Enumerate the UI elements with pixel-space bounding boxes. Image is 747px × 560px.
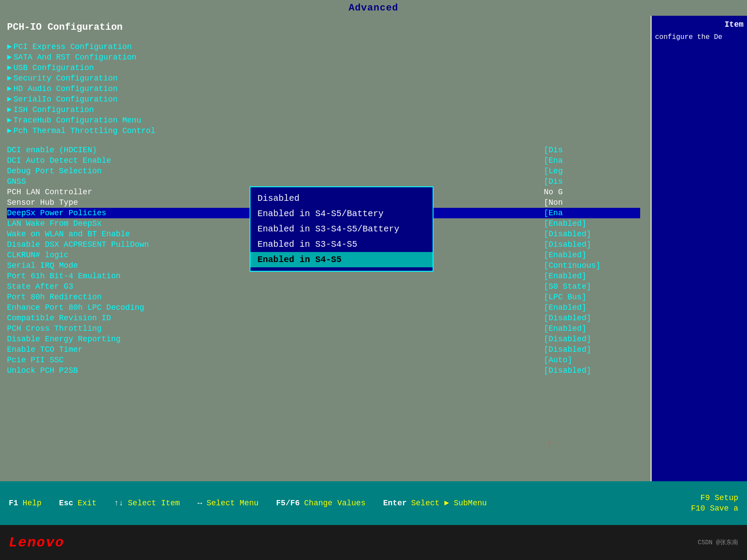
bottom-right-f9: F9 Setup [701,494,738,502]
config-row-unlock-pch[interactable]: Unlock PCH P2SB [Disabled] [7,365,640,376]
submenu-item-0[interactable]: PCI Express Configuration [7,42,644,52]
bios-screen: Advanced PCH-IO Configuration PCI Expres… [0,0,747,560]
config-label-dsx-acpresent: Disable DSX ACPRESENT PullDown [7,240,149,249]
config-label-energy-reporting: Disable Energy Reporting [7,335,120,343]
scroll-indicator: ↓ [547,436,552,446]
config-row-tco-timer[interactable]: Enable TCO Timer [Disabled] [7,344,640,355]
desc-select-menu: Select Menu [207,499,259,508]
config-row-port61h[interactable]: Port 61h Bit-4 Emulation [Enabled] [7,271,640,281]
submenu-item-3[interactable]: Security Configuration [7,73,644,84]
desc-select-item: Select Item [128,499,180,508]
config-label-lan-wake: LAN Wake From DeepSx [7,219,102,228]
submenu-item-6[interactable]: ISH Configuration [7,105,644,115]
key-updown: ↑↓ [114,499,123,508]
config-label-pch-cross: PCH Cross Throttling [7,324,102,333]
desc-select-submenu: Select ► SubMenu [411,499,487,508]
config-label-gnss: GNSS [7,177,26,186]
left-panel: PCH-IO Configuration PCI Express Configu… [0,16,651,481]
config-row-enhance-port80h[interactable]: Enhance Port 80h LPC Decoding [Enabled] [7,302,640,313]
desc-help: Help [23,499,42,508]
config-value-unlock-pch: [Disabled] [544,366,640,375]
dropdown-item-s4s5-selected[interactable]: Enabled in S4-S5 [250,252,433,267]
key-lr: ↔ [197,499,202,508]
lenovo-logo: Lenovo [9,535,64,551]
config-value-pch-lan: No G [544,188,640,196]
config-value-dci-enable: [Dis [544,146,640,154]
submenu-item-1[interactable]: SATA And RST Configuration [7,52,644,63]
config-label-port80h: Port 80h Redirection [7,293,102,301]
config-label-deepsx: DeepSx Power Policies [7,209,106,217]
config-value-dci-auto: [Ena [544,156,640,165]
config-label-pch-lan: PCH LAN Controller [7,188,92,196]
key-esc: Esc [59,499,73,508]
submenu-item-7[interactable]: TraceHub Configuration Menu [7,115,644,126]
right-panel: Item configure the De [651,16,747,481]
config-value-sensor-hub: [Non [544,198,640,207]
config-value-debug-port: [Leg [544,167,640,175]
config-row-energy-reporting[interactable]: Disable Energy Reporting [Disabled] [7,334,640,344]
config-row-gnss[interactable]: GNSS [Dis [7,176,640,187]
config-row-dci-enable[interactable]: DCI enable (HDCIEN) [Dis [7,145,640,155]
bottom-item-lr: ↔ Select Menu [197,499,259,508]
bottom-right: F9 Setup F10 Save a [691,494,738,513]
right-panel-text: configure the De [655,32,743,42]
config-label-unlock-pch: Unlock PCH P2SB [7,366,78,375]
config-row-compatible-rev[interactable]: Compatible Revision ID [Disabled] [7,313,640,323]
config-label-enhance-port80h: Enhance Port 80h LPC Decoding [7,303,144,312]
config-rows: DCI enable (HDCIEN) [Dis DCI Auto Detect… [7,145,644,376]
config-label-sensor-hub: Sensor Hub Type [7,198,78,207]
config-value-compatible-rev: [Disabled] [544,314,640,322]
key-f1: F1 [9,499,18,508]
config-value-gnss: [Dis [544,177,640,186]
config-value-wlan-bt: [Disabled] [544,230,640,238]
dropdown-item-s4s5-battery[interactable]: Enabled in S4-S5/Battery [250,206,433,221]
submenu-section: PCI Express Configuration SATA And RST C… [7,42,644,136]
config-value-pcie-pii: [Auto] [544,356,640,364]
config-value-enhance-port80h: [Enabled] [544,303,640,312]
key-enter: Enter [383,499,407,508]
submenu-item-8[interactable]: Pch Thermal Throttling Control [7,126,644,136]
config-value-port61h: [Enabled] [544,272,640,280]
dropdown-item-disabled[interactable]: Disabled [250,191,433,206]
config-label-pcie-pii: Pcie PII SSC [7,356,64,364]
config-value-tco-timer: [Disabled] [544,345,640,354]
config-value-state-g3: [S0 State] [544,282,640,291]
bottom-item-f5f6: F5/F6 Change Values [276,499,366,508]
key-f5f6: F5/F6 [276,499,300,508]
config-label-clkrun: CLKRUN# logic [7,251,68,259]
config-row-state-g3[interactable]: State After G3 [S0 State] [7,281,640,292]
config-row-pch-cross[interactable]: PCH Cross Throttling [Enabled] [7,323,640,334]
config-value-energy-reporting: [Disabled] [544,335,640,343]
bottom-item-esc: Esc Exit [59,499,97,508]
dropdown-popup: Disabled Enabled in S4-S5/Battery Enable… [250,186,433,272]
watermark: CSDN @张东南 [698,539,738,546]
config-label-dci-enable: DCI enable (HDCIEN) [7,146,97,154]
main-content: PCH-IO Configuration PCI Express Configu… [0,16,747,481]
config-value-dsx-acpresent: [Disabled] [544,240,640,249]
desc-exit: Exit [78,499,96,508]
config-label-state-g3: State After G3 [7,282,73,291]
config-label-serial-irq: Serial IRQ Mode [7,261,78,270]
dropdown-item-s3s4s5[interactable]: Enabled in S3-S4-S5 [250,237,433,252]
right-panel-title: Item [655,20,743,29]
submenu-item-5[interactable]: SerialIo Configuration [7,94,644,105]
bottom-right-f10: F10 Save a [691,504,738,513]
top-bar: Advanced [0,0,747,16]
submenu-item-4[interactable]: HD Audio Configuration [7,84,644,94]
config-value-port80h: [LPC Bus] [544,293,640,301]
config-value-serial-irq: [Continuous] [544,261,640,270]
submenu-item-2[interactable]: USB Configuration [7,63,644,73]
config-row-debug-port[interactable]: Debug Port Selection [Leg [7,166,640,176]
config-value-lan-wake: [Enabled] [544,219,640,228]
config-value-deepsx: [Ena [544,209,640,217]
config-label-dci-auto: DCI Auto Detect Enable [7,156,111,165]
config-label-debug-port: Debug Port Selection [7,167,102,175]
bottom-item-enter: Enter Select ► SubMenu [383,499,487,508]
config-row-dci-auto[interactable]: DCI Auto Detect Enable [Ena [7,155,640,166]
page-title: PCH-IO Configuration [7,20,644,35]
dropdown-item-s3s4s5-battery[interactable]: Enabled in S3-S4-S5/Battery [250,221,433,237]
config-label-port61h: Port 61h Bit-4 Emulation [7,272,120,280]
config-row-port80h[interactable]: Port 80h Redirection [LPC Bus] [7,292,640,302]
config-row-pcie-pii[interactable]: Pcie PII SSC [Auto] [7,355,640,365]
bottom-item-f1: F1 Help [9,499,42,508]
